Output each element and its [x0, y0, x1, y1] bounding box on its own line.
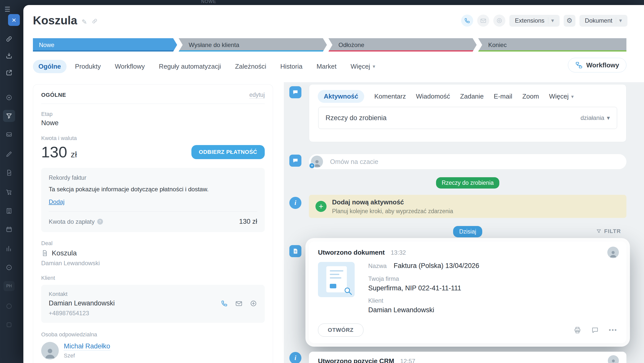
help-circle-icon[interactable] — [3, 261, 15, 274]
settings-button[interactable]: ⚙ — [564, 15, 575, 27]
extra-rail-icon-2[interactable] — [3, 319, 15, 331]
add-activity-title: Dodaj nową aktywność — [332, 198, 453, 206]
link-icon[interactable] — [3, 33, 15, 45]
amount-value[interactable]: 130zł — [41, 143, 77, 161]
close-icon: × — [12, 16, 16, 24]
tab-workflowy[interactable]: Workflowy — [109, 60, 150, 73]
deal-name[interactable]: Koszula — [52, 249, 77, 257]
open-document-button[interactable]: OTWÓRZ — [318, 324, 363, 337]
todo-section-badge[interactable]: Rzeczy do zrobienia — [436, 177, 499, 189]
tab-market[interactable]: Market — [311, 60, 342, 73]
add-participant-icon[interactable]: + — [309, 163, 315, 169]
extensions-button[interactable]: Extensions ▾ — [509, 15, 559, 27]
feed-tab-zoom[interactable]: Zoom — [522, 90, 539, 103]
feed-tab-label: Zoom — [522, 93, 539, 100]
today-badge[interactable]: Dzisiaj — [453, 226, 482, 237]
extra-rail-icon[interactable] — [3, 300, 15, 312]
more-actions-icon[interactable]: ••• — [609, 327, 617, 334]
feed-tab-email[interactable]: E-mail — [494, 90, 512, 103]
entry-time: 13:32 — [391, 249, 406, 256]
feed-tab-aktywnosc[interactable]: Aktywność — [318, 90, 364, 103]
feed-tab-label: Aktywność — [324, 93, 358, 100]
doc-company-value: Superfirma, NIP 022-41-11-111 — [368, 284, 479, 292]
contact-call-icon[interactable] — [221, 300, 228, 307]
section-title: OGÓLNE — [41, 92, 66, 98]
document-check-icon[interactable] — [3, 167, 15, 179]
comment-icon[interactable] — [591, 326, 599, 334]
target-icon[interactable] — [3, 92, 15, 104]
crm-funnel-icon[interactable] — [3, 110, 15, 122]
document-preview-thumbnail[interactable] — [318, 262, 355, 297]
feed-tab-wiadomosc[interactable]: Wiadomość — [416, 90, 450, 103]
tab-zaleznosci[interactable]: Zależności — [230, 60, 272, 73]
chevron-down-icon: ▾ — [571, 94, 574, 100]
plus-icon: + — [315, 201, 327, 212]
stage-koniec[interactable]: Koniec — [478, 38, 626, 52]
edit-link[interactable]: edytuj — [249, 92, 265, 99]
chat-composer[interactable]: + Omów na czacie — [309, 154, 626, 169]
tab-label: Reguły automatyzacji — [159, 63, 221, 70]
inbox-download-icon[interactable] — [3, 50, 15, 62]
tab-wiecej[interactable]: Więcej▾ — [345, 60, 381, 73]
chat-placeholder: Omów na czacie — [330, 158, 378, 166]
stage-field-value[interactable]: Nowe — [41, 119, 265, 127]
tray-icon[interactable] — [3, 128, 15, 141]
tab-historia[interactable]: Historia — [275, 60, 308, 73]
email-button[interactable] — [477, 15, 489, 27]
client-contact-box: Kontakt Damian Lewandowski +48987654123 — [41, 285, 265, 323]
edit-title-icon[interactable]: ✎ — [82, 18, 87, 26]
tab-ogolne[interactable]: Ogólne — [33, 60, 67, 73]
backdrop-page-label: NOWE — [201, 0, 216, 4]
timeline-stream: i i Aktywność Komentarz Wiadomość Zadani… — [284, 82, 644, 363]
tab-produkty[interactable]: Produkty — [70, 60, 106, 73]
document-menu-button[interactable]: Dokument ▾ — [579, 15, 627, 27]
contact-name[interactable]: Damian Lewandowski — [49, 299, 115, 307]
collect-payment-button[interactable]: ODBIERZ PŁATNOŚĆ — [191, 145, 265, 159]
hamburger-menu-icon[interactable]: ☰ — [5, 6, 10, 13]
invoice-records-box: Rekordy faktur Ta sekcja pokazuje inform… — [41, 168, 265, 232]
feed-composer-card: Aktywność Komentarz Wiadomość Zadanie E-… — [309, 84, 626, 142]
doc-client-label: Klient — [368, 297, 479, 304]
call-button[interactable] — [461, 15, 473, 27]
stage-odlozone[interactable]: Odłożone — [329, 38, 477, 52]
responsible-name[interactable]: Michał Radełko — [64, 342, 110, 350]
cart-icon[interactable] — [3, 186, 15, 198]
feed-tab-wiecej[interactable]: Więcej▾ — [549, 90, 574, 103]
contact-messenger-icon[interactable] — [250, 300, 257, 307]
share-external-icon[interactable] — [3, 67, 15, 79]
pen-icon[interactable] — [3, 148, 15, 160]
company-icon[interactable] — [3, 205, 15, 217]
contact-email-icon[interactable] — [235, 300, 243, 307]
contact-phone-number[interactable]: +48987654123 — [49, 310, 257, 317]
tab-label: Więcej — [351, 63, 370, 70]
entry-title: Utworzono pozycję CRM — [318, 357, 394, 363]
copilot-button[interactable] — [493, 15, 505, 27]
help-tooltip-icon[interactable]: ? — [97, 219, 103, 224]
workspace-avatar-chip[interactable]: PH — [4, 281, 15, 291]
close-slider-button[interactable]: × — [8, 14, 20, 26]
tab-reguly-automatyzacji[interactable]: Reguły automatyzacji — [153, 60, 227, 73]
chart-icon[interactable] — [3, 243, 15, 255]
todo-input-text: Rzeczy do zrobienia — [326, 114, 387, 122]
filter-label: FILTR — [604, 228, 621, 235]
info-icon: i — [289, 197, 301, 209]
add-activity-card[interactable]: + Dodaj nową aktywność Planuj kolejne kr… — [309, 195, 626, 218]
tab-label: Workflowy — [115, 63, 145, 70]
print-icon[interactable] — [574, 326, 581, 334]
todo-input[interactable]: Rzeczy do zrobienia działania ▾ — [318, 107, 617, 129]
workflow-button[interactable]: Workflowy — [568, 58, 626, 72]
copy-link-icon[interactable] — [92, 18, 98, 24]
feed-tab-label: Zadanie — [460, 93, 484, 100]
stage-wyslane[interactable]: Wysłane do klienta — [179, 38, 327, 52]
todo-actions-dropdown[interactable]: działania ▾ — [580, 114, 610, 121]
stage-nowe[interactable]: Nowe — [33, 38, 177, 52]
feed-tab-komentarz[interactable]: Komentarz — [374, 90, 406, 103]
crm-item-created-card[interactable]: Utworzono pozycję CRM 12:57 — [309, 352, 626, 363]
feed-tab-zadanie[interactable]: Zadanie — [460, 90, 484, 103]
add-invoice-link[interactable]: Dodaj — [49, 198, 65, 205]
filter-funnel-icon — [596, 229, 602, 234]
filter-button[interactable]: FILTR — [596, 228, 621, 235]
responsible-avatar — [41, 342, 59, 359]
stage-label: Koniec — [488, 41, 507, 49]
calendar-icon[interactable] — [3, 223, 15, 235]
